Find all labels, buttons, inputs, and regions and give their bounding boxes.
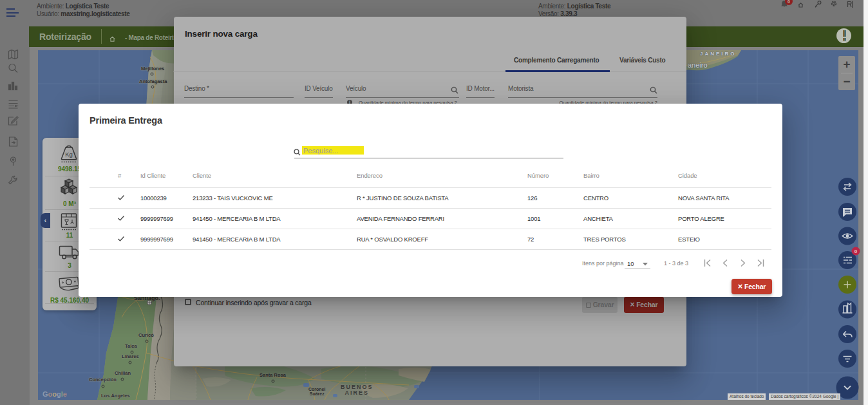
svg-text:0: 0 [788, 0, 790, 4]
svg-text:0: 0 [854, 249, 858, 254]
svg-text:Kg: Kg [65, 151, 73, 158]
